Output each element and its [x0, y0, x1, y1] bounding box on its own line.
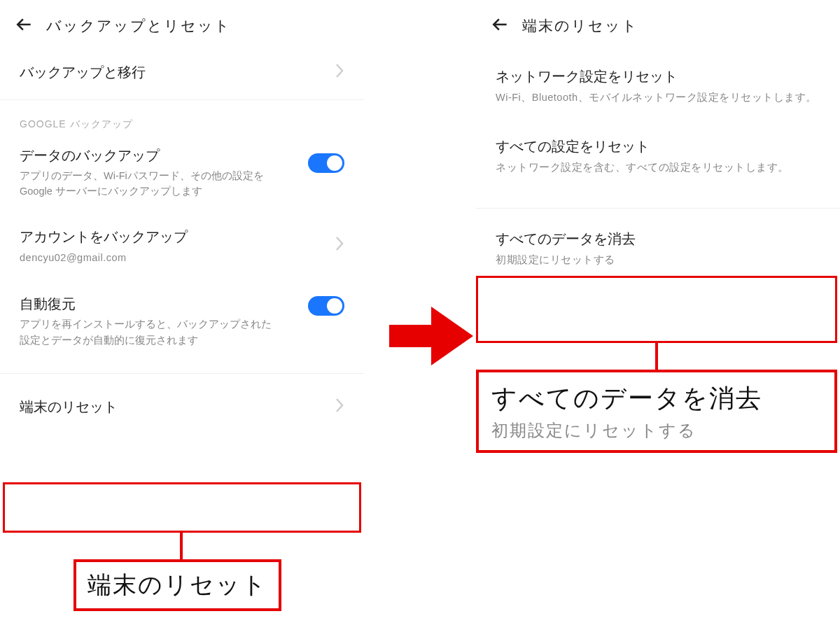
back-arrow-icon[interactable]: [491, 15, 510, 36]
chevron-right-icon: [335, 236, 344, 254]
appbar: 端末のリセット: [476, 0, 840, 49]
section-label-google-backup: GOOGLE バックアップ: [0, 113, 364, 135]
row-subtitle: アプリを再インストールすると、バックアップされた設定とデータが自動的に復元されま…: [20, 316, 344, 348]
annotation-callout-text: 端末のリセット: [88, 569, 267, 601]
row-account-backup[interactable]: アカウントをバックアップ dencyu02@gmail.com: [0, 212, 364, 278]
annotation-highlight-erase-all: [476, 276, 837, 343]
annotation-callout-title: すべてのデータを消去: [491, 382, 822, 415]
row-title: バックアップと移行: [20, 62, 344, 83]
divider: [0, 373, 364, 374]
row-reset-network[interactable]: ネットワーク設定をリセット Wi‑Fi、Bluetooth、モバイルネットワーク…: [476, 49, 840, 118]
chevron-right-icon: [335, 63, 344, 81]
row-reset-all-settings[interactable]: すべての設定をリセット ネットワーク設定を含む、すべての設定をリセットします。: [476, 118, 840, 188]
row-erase-all-data[interactable]: すべてのデータを消去 初期設定にリセットする: [476, 214, 840, 281]
toggle-switch[interactable]: [308, 296, 344, 316]
appbar-title: 端末のリセット: [522, 16, 638, 36]
row-title: すべてのデータを消去: [496, 228, 820, 249]
row-title: データのバックアップ: [20, 146, 344, 165]
row-title: アカウントをバックアップ: [20, 226, 344, 247]
row-subtitle: アプリのデータ、Wi‑Fiパスワード、その他の設定を Google サーバーにバ…: [20, 168, 344, 200]
chevron-right-icon: [335, 398, 344, 416]
row-backup-and-migrate[interactable]: バックアップと移行: [0, 49, 364, 95]
divider: [0, 99, 364, 100]
back-arrow-icon[interactable]: [15, 15, 34, 36]
row-subtitle: 初期設定にリセットする: [496, 252, 820, 267]
row-auto-restore[interactable]: 自動復元 アプリを再インストールすると、バックアップされた設定とデータが自動的に…: [0, 278, 364, 360]
row-data-backup[interactable]: データのバックアップ アプリのデータ、Wi‑Fiパスワード、その他の設定を Go…: [0, 135, 364, 212]
transition-arrow-icon: [389, 302, 473, 370]
row-subtitle: ネットワーク設定を含む、すべての設定をリセットします。: [496, 160, 820, 175]
row-title: 端末のリセット: [20, 396, 344, 417]
annotation-callout-erase-all: すべてのデータを消去 初期設定にリセットする: [476, 370, 837, 453]
annotation-connector: [655, 343, 658, 370]
row-subtitle: Wi‑Fi、Bluetooth、モバイルネットワーク設定をリセットします。: [496, 90, 820, 105]
annotation-highlight-device-reset: [3, 482, 361, 533]
row-device-reset[interactable]: 端末のリセット: [0, 381, 364, 433]
row-title: ネットワーク設定をリセット: [496, 66, 820, 87]
toggle-switch[interactable]: [308, 153, 344, 173]
annotation-callout-device-reset: 端末のリセット: [74, 559, 281, 611]
divider: [476, 208, 840, 209]
annotation-callout-sub: 初期設定にリセットする: [491, 419, 822, 442]
row-subtitle: dencyu02@gmail.com: [20, 250, 344, 265]
appbar: バックアップとリセット: [0, 0, 364, 49]
row-title: すべての設定をリセット: [496, 136, 820, 157]
annotation-connector: [180, 533, 183, 559]
row-title: 自動復元: [20, 295, 344, 314]
appbar-title: バックアップとリセット: [46, 16, 231, 36]
